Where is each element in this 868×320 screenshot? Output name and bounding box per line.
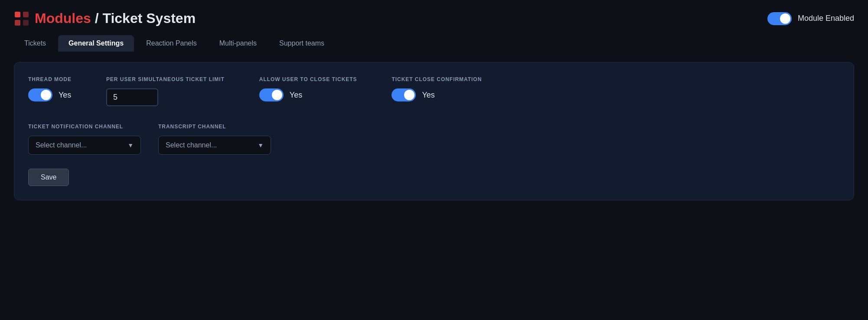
setting-group-allow-close: ALLOW USER TO CLOSE TICKETS Yes bbox=[259, 76, 357, 101]
allow-close-control: Yes bbox=[259, 88, 357, 101]
header-left: Modules / Ticket System bbox=[14, 10, 196, 26]
toggle-thumb bbox=[780, 13, 790, 24]
allow-close-toggle[interactable] bbox=[259, 88, 284, 101]
close-confirmation-control: Yes bbox=[392, 88, 482, 101]
close-confirmation-value: Yes bbox=[422, 91, 434, 100]
thread-mode-track bbox=[28, 88, 52, 101]
settings-row-1: THREAD MODE Yes PER USER SIMULTANEOUS TI… bbox=[28, 76, 840, 106]
modules-icon bbox=[14, 11, 29, 26]
setting-group-per-user-limit: PER USER SIMULTANEOUS TICKET LIMIT bbox=[106, 76, 225, 106]
per-user-limit-label: PER USER SIMULTANEOUS TICKET LIMIT bbox=[106, 76, 225, 82]
close-confirmation-track bbox=[392, 88, 416, 101]
notification-channel-label: TICKET NOTIFICATION CHANNEL bbox=[28, 124, 141, 130]
tab-general-settings[interactable]: General Settings bbox=[58, 35, 134, 52]
select-group-notification: TICKET NOTIFICATION CHANNEL Select chann… bbox=[28, 124, 141, 155]
per-user-limit-input[interactable] bbox=[106, 88, 158, 106]
thread-mode-control: Yes bbox=[28, 88, 72, 101]
thread-mode-value: Yes bbox=[59, 91, 71, 100]
tab-multi-panels[interactable]: Multi-panels bbox=[209, 35, 267, 52]
save-button[interactable]: Save bbox=[28, 169, 69, 186]
transcript-channel-placeholder: Select channel... bbox=[166, 141, 217, 149]
close-confirmation-toggle[interactable] bbox=[392, 88, 416, 101]
close-confirmation-thumb bbox=[404, 90, 414, 100]
setting-group-thread-mode: THREAD MODE Yes bbox=[28, 76, 72, 101]
allow-close-track bbox=[259, 88, 284, 101]
select-group-transcript: TRANSCRIPT CHANNEL Select channel... ▼ bbox=[158, 124, 271, 155]
allow-close-thumb bbox=[272, 90, 282, 100]
setting-group-close-confirmation: TICKET CLOSE CONFIRMATION Yes bbox=[392, 76, 482, 101]
svg-rect-1 bbox=[15, 20, 20, 26]
transcript-channel-dropdown[interactable]: Select channel... ▼ bbox=[158, 136, 271, 155]
chevron-down-icon-2: ▼ bbox=[258, 142, 264, 149]
close-confirmation-label: TICKET CLOSE CONFIRMATION bbox=[392, 76, 482, 82]
toggle-track bbox=[767, 12, 792, 25]
tab-tickets[interactable]: Tickets bbox=[14, 35, 56, 52]
module-enabled-toggle[interactable] bbox=[767, 12, 792, 25]
main-card: THREAD MODE Yes PER USER SIMULTANEOUS TI… bbox=[14, 62, 854, 200]
thread-mode-toggle[interactable] bbox=[28, 88, 52, 101]
header: Modules / Ticket System Module Enabled bbox=[14, 10, 854, 26]
tabs-bar: Tickets General Settings Reaction Panels… bbox=[14, 35, 854, 52]
notification-channel-placeholder: Select channel... bbox=[36, 141, 87, 149]
svg-rect-3 bbox=[23, 20, 29, 26]
settings-row-2: TICKET NOTIFICATION CHANNEL Select chann… bbox=[28, 124, 840, 155]
thread-mode-thumb bbox=[41, 90, 51, 100]
title-modules: Modules bbox=[35, 10, 91, 26]
allow-close-label: ALLOW USER TO CLOSE TICKETS bbox=[259, 76, 357, 82]
module-enabled-label: Module Enabled bbox=[798, 14, 854, 23]
transcript-channel-label: TRANSCRIPT CHANNEL bbox=[158, 124, 271, 130]
thread-mode-label: THREAD MODE bbox=[28, 76, 72, 82]
notification-channel-dropdown[interactable]: Select channel... ▼ bbox=[28, 136, 141, 155]
per-user-limit-control bbox=[106, 88, 225, 106]
tab-support-teams[interactable]: Support teams bbox=[269, 35, 335, 52]
svg-rect-2 bbox=[23, 12, 29, 17]
tab-reaction-panels[interactable]: Reaction Panels bbox=[136, 35, 207, 52]
chevron-down-icon: ▼ bbox=[127, 142, 134, 149]
page-title: Modules / Ticket System bbox=[35, 10, 196, 26]
header-right: Module Enabled bbox=[767, 12, 854, 25]
page-wrapper: Modules / Ticket System Module Enabled T… bbox=[0, 0, 868, 320]
title-separator: / bbox=[91, 10, 103, 26]
allow-close-value: Yes bbox=[290, 91, 302, 100]
title-page: Ticket System bbox=[102, 10, 196, 26]
svg-rect-0 bbox=[15, 12, 20, 17]
